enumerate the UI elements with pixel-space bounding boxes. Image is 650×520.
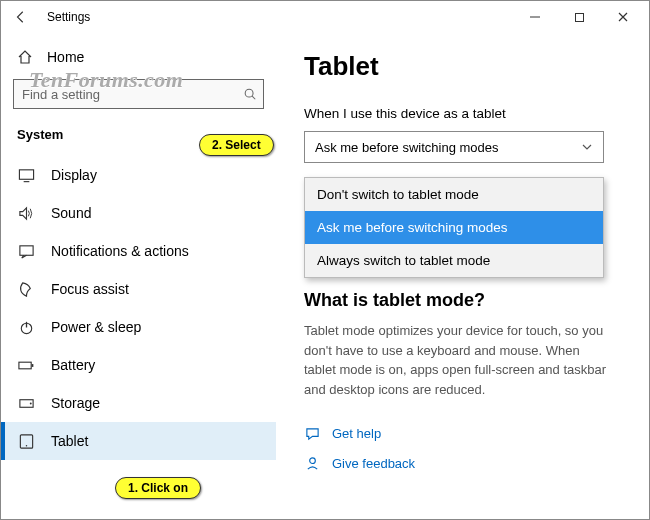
svg-point-14 <box>25 444 27 446</box>
svg-point-15 <box>309 457 315 463</box>
chat-icon <box>304 425 320 441</box>
search-icon <box>243 87 257 101</box>
notifications-icon <box>17 242 35 260</box>
maximize-button[interactable] <box>557 1 601 33</box>
display-icon <box>17 166 35 184</box>
tablet-icon <box>17 432 35 450</box>
sidebar-item-tablet[interactable]: Tablet <box>1 422 276 460</box>
sidebar-item-focus-assist[interactable]: Focus assist <box>1 270 276 308</box>
feedback-icon <box>304 455 320 471</box>
sidebar-item-display[interactable]: Display <box>1 156 276 194</box>
sidebar-item-storage[interactable]: Storage <box>1 384 276 422</box>
tablet-mode-dropdown[interactable]: Ask me before switching modes <box>304 131 604 163</box>
description-text: Tablet mode optimizes your device for to… <box>304 321 614 399</box>
svg-line-3 <box>252 96 255 99</box>
sidebar-item-label: Tablet <box>51 433 88 449</box>
storage-icon <box>17 394 35 412</box>
setting-label: When I use this device as a tablet <box>304 106 621 121</box>
sound-icon <box>17 204 35 222</box>
get-help-label: Get help <box>332 426 381 441</box>
svg-rect-9 <box>19 362 31 369</box>
search-input[interactable]: Find a setting <box>13 79 264 109</box>
svg-rect-10 <box>32 364 34 367</box>
main-panel: Tablet When I use this device as a table… <box>276 33 649 519</box>
home-icon <box>17 49 33 65</box>
sidebar-item-label: Battery <box>51 357 95 373</box>
sidebar-item-home[interactable]: Home <box>1 41 276 73</box>
sidebar-item-sound[interactable]: Sound <box>1 194 276 232</box>
page-title: Tablet <box>304 51 621 82</box>
dropdown-option-selected[interactable]: Ask me before switching modes <box>305 211 603 244</box>
give-feedback-label: Give feedback <box>332 456 415 471</box>
minimize-button[interactable] <box>513 1 557 33</box>
sidebar-item-label: Storage <box>51 395 100 411</box>
dropdown-option[interactable]: Don't switch to tablet mode <box>305 178 603 211</box>
dropdown-panel: Don't switch to tablet mode Ask me befor… <box>304 177 604 278</box>
power-icon <box>17 318 35 336</box>
section-subheading: What is tablet mode? <box>304 290 621 311</box>
sidebar-item-label: Sound <box>51 205 91 221</box>
home-label: Home <box>47 49 84 65</box>
focus-assist-icon <box>17 280 35 298</box>
sidebar: Home Find a setting System Display Sound <box>1 33 276 519</box>
dropdown-value: Ask me before switching modes <box>315 140 499 155</box>
svg-point-12 <box>29 402 31 404</box>
search-placeholder: Find a setting <box>22 87 100 102</box>
sidebar-item-notifications[interactable]: Notifications & actions <box>1 232 276 270</box>
annotation-step-2: 2. Select <box>199 134 274 156</box>
sidebar-item-label: Power & sleep <box>51 319 141 335</box>
give-feedback-link[interactable]: Give feedback <box>304 455 621 471</box>
get-help-link[interactable]: Get help <box>304 425 621 441</box>
dropdown-option[interactable]: Always switch to tablet mode <box>305 244 603 277</box>
sidebar-item-label: Display <box>51 167 97 183</box>
svg-rect-4 <box>19 169 33 178</box>
sidebar-item-battery[interactable]: Battery <box>1 346 276 384</box>
title-bar: Settings <box>1 1 649 33</box>
svg-point-2 <box>245 89 253 97</box>
close-button[interactable] <box>601 1 645 33</box>
back-button[interactable] <box>5 1 37 33</box>
sidebar-item-label: Focus assist <box>51 281 129 297</box>
window-title: Settings <box>47 10 90 24</box>
sidebar-item-power-sleep[interactable]: Power & sleep <box>1 308 276 346</box>
sidebar-item-label: Notifications & actions <box>51 243 189 259</box>
svg-rect-6 <box>19 245 32 254</box>
chevron-down-icon <box>581 141 593 153</box>
annotation-step-1: 1. Click on <box>115 477 201 499</box>
battery-icon <box>17 356 35 374</box>
svg-rect-1 <box>575 13 583 21</box>
